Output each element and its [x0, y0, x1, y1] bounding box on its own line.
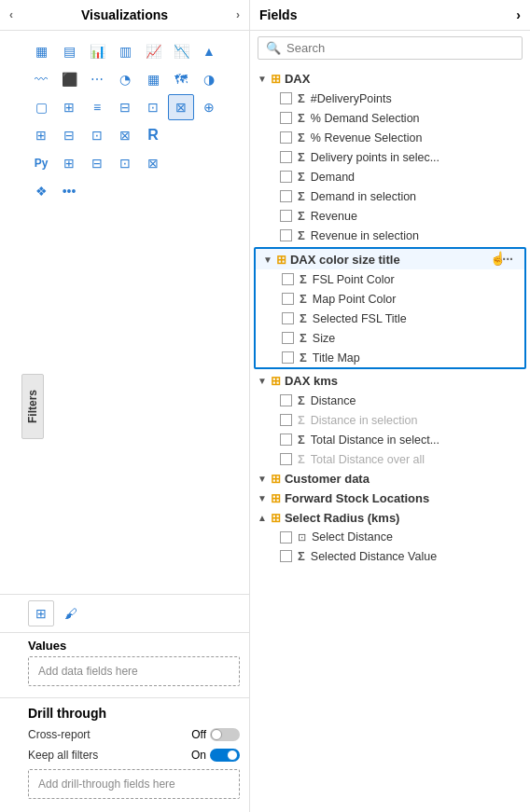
- viz-line-col[interactable]: 📈: [140, 38, 166, 64]
- checkbox-size[interactable]: [282, 332, 294, 344]
- format-icon[interactable]: 🖌: [58, 600, 84, 626]
- collapse-viz-chevron[interactable]: ‹: [9, 8, 13, 21]
- viz-r[interactable]: R: [140, 122, 166, 148]
- context-menu-dots[interactable]: ···: [498, 252, 517, 267]
- checkbox-revenue-selection[interactable]: [280, 131, 292, 144]
- field-fsl-point-color[interactable]: Σ FSL Point Color: [256, 269, 524, 289]
- viz-map[interactable]: 🗺: [168, 66, 194, 92]
- field-selected-fsl-title[interactable]: Σ Selected FSL Title: [256, 309, 524, 328]
- field-revenue[interactable]: Σ Revenue: [250, 206, 530, 226]
- viz-key-inf[interactable]: ⊟: [56, 122, 82, 148]
- group-select-radius[interactable]: ▲ ⊞ Select Radius (kms): [250, 508, 530, 528]
- viz-gauge[interactable]: ◑: [196, 66, 222, 92]
- checkbox-delivery-points-sel[interactable]: [280, 151, 292, 163]
- checkbox-delivery-points[interactable]: [280, 92, 292, 104]
- viz-scatter[interactable]: ⋯: [84, 66, 110, 92]
- expand-viz-chevron[interactable]: ›: [236, 8, 240, 21]
- viz-filter[interactable]: ⊞: [56, 94, 82, 120]
- viz-kpi[interactable]: ⊕: [196, 94, 222, 120]
- viz-stacked-bar[interactable]: ▤: [56, 38, 82, 64]
- sigma-icon-total-dist: Σ: [298, 433, 305, 447]
- keep-filters-toggle[interactable]: On: [191, 749, 240, 762]
- field-label-total-dist-all: Total Distance over all: [311, 453, 425, 466]
- field-demand-in-selection[interactable]: Σ Demand in selection: [250, 186, 530, 206]
- viz-shape-map[interactable]: ⊠: [168, 94, 194, 120]
- field-distance[interactable]: Σ Distance: [250, 391, 530, 410]
- checkbox-distance[interactable]: [280, 394, 292, 406]
- viz-card[interactable]: ▢: [28, 94, 54, 120]
- sigma-icon-size: Σ: [300, 331, 307, 345]
- checkbox-demand-in-sel[interactable]: [280, 190, 292, 202]
- field-map-point-color[interactable]: Σ Map Point Color: [256, 289, 524, 309]
- search-input[interactable]: [286, 41, 514, 55]
- viz-line[interactable]: 📉: [168, 38, 194, 64]
- viz-custom3[interactable]: ⊡: [112, 150, 138, 176]
- fields-chevron[interactable]: ›: [516, 7, 521, 22]
- sigma-icon-demand-in-sel: Σ: [298, 189, 305, 203]
- checkbox-demand-selection[interactable]: [280, 112, 292, 124]
- field-title-map[interactable]: Σ Title Map: [256, 348, 524, 367]
- drill-drop-zone[interactable]: Add drill-through fields here: [28, 769, 240, 799]
- viz-custom1[interactable]: ⊞: [56, 150, 82, 176]
- field-demand-selection[interactable]: Σ % Demand Selection: [250, 108, 530, 128]
- group-forward-stock[interactable]: ▼ ⊞ Forward Stock Locations: [250, 489, 530, 508]
- viz-treemap[interactable]: ▦: [140, 66, 166, 92]
- viz-format[interactable]: ❖: [28, 178, 54, 204]
- checkbox-map-point-color[interactable]: [282, 293, 294, 305]
- dax-color-table-icon: ⊞: [276, 253, 286, 267]
- cross-report-toggle[interactable]: Off: [191, 728, 240, 741]
- viz-area[interactable]: ▲: [196, 38, 222, 64]
- keep-filters-thumb: [227, 750, 238, 761]
- viz-decomp[interactable]: ⊞: [28, 122, 54, 148]
- checkbox-selected-fsl[interactable]: [282, 312, 294, 324]
- cross-report-track[interactable]: [210, 728, 240, 741]
- viz-qa[interactable]: ⊡: [84, 122, 110, 148]
- viz-slicer[interactable]: ⊡: [140, 94, 166, 120]
- checkbox-revenue[interactable]: [280, 210, 292, 222]
- viz-smart[interactable]: ⊠: [112, 122, 138, 148]
- checkbox-distance-in-sel[interactable]: [280, 414, 292, 426]
- filters-tab[interactable]: Filters: [21, 373, 44, 438]
- values-drop-zone[interactable]: Add data fields here: [28, 656, 240, 686]
- keep-filters-track[interactable]: [210, 749, 240, 762]
- field-distance-in-sel[interactable]: Σ Distance in selection: [250, 410, 530, 430]
- viz-table[interactable]: ≡: [84, 94, 110, 120]
- field-size[interactable]: Σ Size: [256, 328, 524, 348]
- viz-waterfall[interactable]: ⬛: [56, 66, 82, 92]
- checkbox-fsl-point-color[interactable]: [282, 273, 294, 285]
- viz-bar-chart[interactable]: ▦: [28, 38, 54, 64]
- checkbox-revenue-in-sel[interactable]: [280, 229, 292, 241]
- viz-matrix[interactable]: ⊟: [112, 94, 138, 120]
- checkbox-selected-dist-val[interactable]: [280, 550, 292, 562]
- viz-stacked-col[interactable]: ▥: [112, 38, 138, 64]
- group-customer-data[interactable]: ▼ ⊞ Customer data: [250, 469, 530, 489]
- viz-pie[interactable]: ◔: [112, 66, 138, 92]
- checkbox-total-dist-all[interactable]: [280, 453, 292, 465]
- group-dax[interactable]: ▼ ⊞ DAX: [250, 69, 530, 89]
- field-demand[interactable]: Σ Demand: [250, 167, 530, 186]
- group-dax-kms[interactable]: ▼ ⊞ DAX kms: [250, 371, 530, 391]
- field-select-distance[interactable]: ⊡ Select Distance: [250, 528, 530, 546]
- field-selected-distance-val[interactable]: Σ Selected Distance Value: [250, 546, 530, 566]
- field-total-dist-sel[interactable]: Σ Total Distance in select...: [250, 430, 530, 449]
- field-revenue-in-sel[interactable]: Σ Revenue in selection: [250, 226, 530, 245]
- viz-python[interactable]: Py: [28, 150, 54, 176]
- search-box[interactable]: 🔍: [258, 36, 523, 60]
- field-delivery-points-sel[interactable]: Σ Delivery points in selec...: [250, 147, 530, 167]
- field-total-dist-all[interactable]: Σ Total Distance over all: [250, 449, 530, 469]
- viz-ribbon[interactable]: 〰: [28, 66, 54, 92]
- group-dax-color-header[interactable]: ▼ ⊞ DAX color size title ···: [256, 249, 524, 269]
- keep-filters-row: Keep all filters On: [28, 749, 240, 762]
- viz-more[interactable]: •••: [56, 178, 82, 204]
- viz-custom4[interactable]: ⊠: [140, 150, 166, 176]
- sigma-icon-fsl-color: Σ: [300, 272, 307, 286]
- field-delivery-points[interactable]: Σ #DeliveryPoints: [250, 89, 530, 108]
- build-visual-icon[interactable]: ⊞: [28, 600, 54, 626]
- checkbox-total-dist-sel[interactable]: [280, 434, 292, 446]
- viz-column[interactable]: 📊: [84, 38, 110, 64]
- checkbox-select-distance[interactable]: [280, 531, 292, 544]
- checkbox-title-map[interactable]: [282, 351, 294, 364]
- viz-custom2[interactable]: ⊟: [84, 150, 110, 176]
- checkbox-demand[interactable]: [280, 171, 292, 183]
- field-revenue-selection[interactable]: Σ % Revenue Selection: [250, 128, 530, 147]
